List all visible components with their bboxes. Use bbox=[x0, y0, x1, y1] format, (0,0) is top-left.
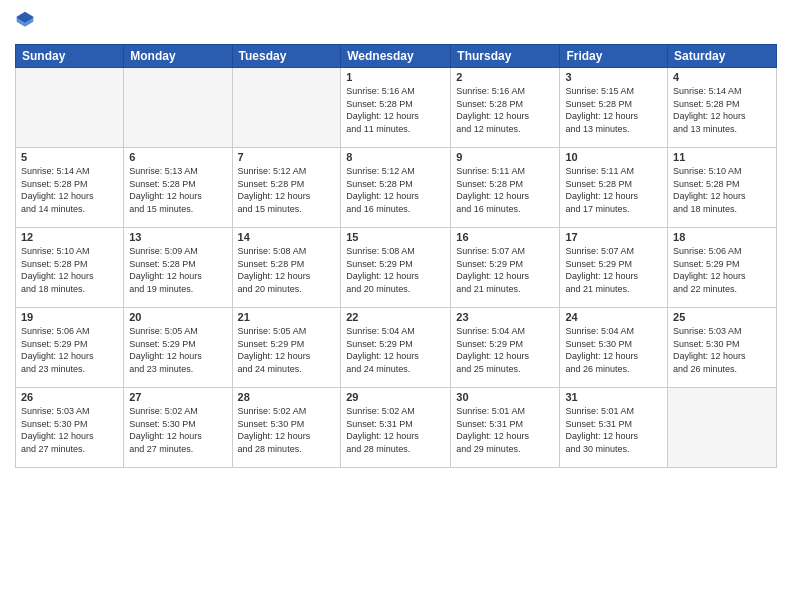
day-details: Sunrise: 5:06 AM Sunset: 5:29 PM Dayligh… bbox=[673, 245, 771, 295]
day-number: 5 bbox=[21, 151, 118, 163]
day-details: Sunrise: 5:02 AM Sunset: 5:30 PM Dayligh… bbox=[129, 405, 226, 455]
day-number: 1 bbox=[346, 71, 445, 83]
day-number: 25 bbox=[673, 311, 771, 323]
day-number: 26 bbox=[21, 391, 118, 403]
day-details: Sunrise: 5:11 AM Sunset: 5:28 PM Dayligh… bbox=[456, 165, 554, 215]
day-details: Sunrise: 5:01 AM Sunset: 5:31 PM Dayligh… bbox=[456, 405, 554, 455]
day-details: Sunrise: 5:09 AM Sunset: 5:28 PM Dayligh… bbox=[129, 245, 226, 295]
calendar-cell: 2Sunrise: 5:16 AM Sunset: 5:28 PM Daylig… bbox=[451, 68, 560, 148]
day-number: 24 bbox=[565, 311, 662, 323]
day-number: 18 bbox=[673, 231, 771, 243]
header bbox=[15, 10, 777, 36]
page: SundayMondayTuesdayWednesdayThursdayFrid… bbox=[0, 0, 792, 612]
calendar-cell: 17Sunrise: 5:07 AM Sunset: 5:29 PM Dayli… bbox=[560, 228, 668, 308]
day-number: 2 bbox=[456, 71, 554, 83]
day-number: 20 bbox=[129, 311, 226, 323]
weekday-header-friday: Friday bbox=[560, 45, 668, 68]
day-number: 30 bbox=[456, 391, 554, 403]
day-details: Sunrise: 5:07 AM Sunset: 5:29 PM Dayligh… bbox=[456, 245, 554, 295]
calendar-cell bbox=[124, 68, 232, 148]
day-number: 7 bbox=[238, 151, 336, 163]
day-details: Sunrise: 5:08 AM Sunset: 5:28 PM Dayligh… bbox=[238, 245, 336, 295]
calendar-cell: 1Sunrise: 5:16 AM Sunset: 5:28 PM Daylig… bbox=[341, 68, 451, 148]
day-number: 22 bbox=[346, 311, 445, 323]
weekday-header-row: SundayMondayTuesdayWednesdayThursdayFrid… bbox=[16, 45, 777, 68]
calendar-cell: 7Sunrise: 5:12 AM Sunset: 5:28 PM Daylig… bbox=[232, 148, 341, 228]
calendar-cell: 10Sunrise: 5:11 AM Sunset: 5:28 PM Dayli… bbox=[560, 148, 668, 228]
day-number: 28 bbox=[238, 391, 336, 403]
weekday-header-wednesday: Wednesday bbox=[341, 45, 451, 68]
weekday-header-sunday: Sunday bbox=[16, 45, 124, 68]
logo bbox=[15, 10, 37, 36]
day-number: 27 bbox=[129, 391, 226, 403]
calendar-cell: 16Sunrise: 5:07 AM Sunset: 5:29 PM Dayli… bbox=[451, 228, 560, 308]
day-number: 17 bbox=[565, 231, 662, 243]
calendar-cell: 28Sunrise: 5:02 AM Sunset: 5:30 PM Dayli… bbox=[232, 388, 341, 468]
day-details: Sunrise: 5:03 AM Sunset: 5:30 PM Dayligh… bbox=[673, 325, 771, 375]
weekday-header-thursday: Thursday bbox=[451, 45, 560, 68]
calendar-cell: 21Sunrise: 5:05 AM Sunset: 5:29 PM Dayli… bbox=[232, 308, 341, 388]
calendar-cell: 6Sunrise: 5:13 AM Sunset: 5:28 PM Daylig… bbox=[124, 148, 232, 228]
week-row-1: 5Sunrise: 5:14 AM Sunset: 5:28 PM Daylig… bbox=[16, 148, 777, 228]
calendar-cell: 8Sunrise: 5:12 AM Sunset: 5:28 PM Daylig… bbox=[341, 148, 451, 228]
day-number: 13 bbox=[129, 231, 226, 243]
calendar-cell: 18Sunrise: 5:06 AM Sunset: 5:29 PM Dayli… bbox=[668, 228, 777, 308]
day-details: Sunrise: 5:04 AM Sunset: 5:29 PM Dayligh… bbox=[456, 325, 554, 375]
day-details: Sunrise: 5:07 AM Sunset: 5:29 PM Dayligh… bbox=[565, 245, 662, 295]
day-details: Sunrise: 5:05 AM Sunset: 5:29 PM Dayligh… bbox=[129, 325, 226, 375]
calendar-cell: 30Sunrise: 5:01 AM Sunset: 5:31 PM Dayli… bbox=[451, 388, 560, 468]
calendar-cell: 25Sunrise: 5:03 AM Sunset: 5:30 PM Dayli… bbox=[668, 308, 777, 388]
day-number: 29 bbox=[346, 391, 445, 403]
day-number: 6 bbox=[129, 151, 226, 163]
calendar-cell: 19Sunrise: 5:06 AM Sunset: 5:29 PM Dayli… bbox=[16, 308, 124, 388]
calendar-cell: 13Sunrise: 5:09 AM Sunset: 5:28 PM Dayli… bbox=[124, 228, 232, 308]
day-details: Sunrise: 5:16 AM Sunset: 5:28 PM Dayligh… bbox=[456, 85, 554, 135]
calendar-cell: 23Sunrise: 5:04 AM Sunset: 5:29 PM Dayli… bbox=[451, 308, 560, 388]
weekday-header-saturday: Saturday bbox=[668, 45, 777, 68]
day-details: Sunrise: 5:10 AM Sunset: 5:28 PM Dayligh… bbox=[673, 165, 771, 215]
day-details: Sunrise: 5:02 AM Sunset: 5:30 PM Dayligh… bbox=[238, 405, 336, 455]
calendar-cell: 11Sunrise: 5:10 AM Sunset: 5:28 PM Dayli… bbox=[668, 148, 777, 228]
day-number: 23 bbox=[456, 311, 554, 323]
weekday-header-tuesday: Tuesday bbox=[232, 45, 341, 68]
day-details: Sunrise: 5:04 AM Sunset: 5:29 PM Dayligh… bbox=[346, 325, 445, 375]
calendar-cell: 9Sunrise: 5:11 AM Sunset: 5:28 PM Daylig… bbox=[451, 148, 560, 228]
day-number: 4 bbox=[673, 71, 771, 83]
day-details: Sunrise: 5:10 AM Sunset: 5:28 PM Dayligh… bbox=[21, 245, 118, 295]
day-details: Sunrise: 5:11 AM Sunset: 5:28 PM Dayligh… bbox=[565, 165, 662, 215]
calendar-cell: 12Sunrise: 5:10 AM Sunset: 5:28 PM Dayli… bbox=[16, 228, 124, 308]
day-number: 9 bbox=[456, 151, 554, 163]
calendar-cell: 27Sunrise: 5:02 AM Sunset: 5:30 PM Dayli… bbox=[124, 388, 232, 468]
day-details: Sunrise: 5:15 AM Sunset: 5:28 PM Dayligh… bbox=[565, 85, 662, 135]
calendar-cell bbox=[16, 68, 124, 148]
day-details: Sunrise: 5:06 AM Sunset: 5:29 PM Dayligh… bbox=[21, 325, 118, 375]
day-number: 11 bbox=[673, 151, 771, 163]
week-row-2: 12Sunrise: 5:10 AM Sunset: 5:28 PM Dayli… bbox=[16, 228, 777, 308]
day-number: 21 bbox=[238, 311, 336, 323]
calendar-cell: 29Sunrise: 5:02 AM Sunset: 5:31 PM Dayli… bbox=[341, 388, 451, 468]
day-details: Sunrise: 5:12 AM Sunset: 5:28 PM Dayligh… bbox=[238, 165, 336, 215]
day-details: Sunrise: 5:08 AM Sunset: 5:29 PM Dayligh… bbox=[346, 245, 445, 295]
calendar-cell bbox=[668, 388, 777, 468]
day-details: Sunrise: 5:13 AM Sunset: 5:28 PM Dayligh… bbox=[129, 165, 226, 215]
logo-icon bbox=[15, 10, 35, 30]
calendar-cell: 4Sunrise: 5:14 AM Sunset: 5:28 PM Daylig… bbox=[668, 68, 777, 148]
calendar-cell: 5Sunrise: 5:14 AM Sunset: 5:28 PM Daylig… bbox=[16, 148, 124, 228]
calendar-cell: 31Sunrise: 5:01 AM Sunset: 5:31 PM Dayli… bbox=[560, 388, 668, 468]
day-number: 31 bbox=[565, 391, 662, 403]
day-details: Sunrise: 5:02 AM Sunset: 5:31 PM Dayligh… bbox=[346, 405, 445, 455]
day-details: Sunrise: 5:14 AM Sunset: 5:28 PM Dayligh… bbox=[21, 165, 118, 215]
day-number: 12 bbox=[21, 231, 118, 243]
week-row-4: 26Sunrise: 5:03 AM Sunset: 5:30 PM Dayli… bbox=[16, 388, 777, 468]
day-number: 3 bbox=[565, 71, 662, 83]
day-number: 15 bbox=[346, 231, 445, 243]
calendar-cell: 14Sunrise: 5:08 AM Sunset: 5:28 PM Dayli… bbox=[232, 228, 341, 308]
day-number: 14 bbox=[238, 231, 336, 243]
day-number: 19 bbox=[21, 311, 118, 323]
calendar-cell: 26Sunrise: 5:03 AM Sunset: 5:30 PM Dayli… bbox=[16, 388, 124, 468]
day-details: Sunrise: 5:01 AM Sunset: 5:31 PM Dayligh… bbox=[565, 405, 662, 455]
calendar-cell: 20Sunrise: 5:05 AM Sunset: 5:29 PM Dayli… bbox=[124, 308, 232, 388]
day-details: Sunrise: 5:12 AM Sunset: 5:28 PM Dayligh… bbox=[346, 165, 445, 215]
calendar-cell: 22Sunrise: 5:04 AM Sunset: 5:29 PM Dayli… bbox=[341, 308, 451, 388]
day-number: 10 bbox=[565, 151, 662, 163]
